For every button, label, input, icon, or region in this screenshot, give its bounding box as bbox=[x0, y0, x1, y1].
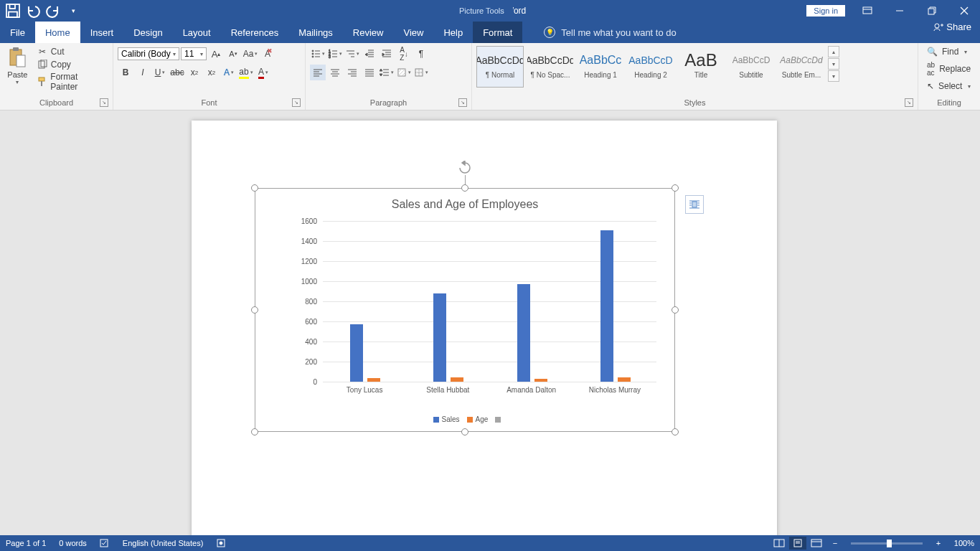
resize-handle[interactable] bbox=[672, 306, 679, 314]
save-icon[interactable] bbox=[4, 2, 22, 19]
grow-font-button[interactable]: A▴ bbox=[208, 46, 224, 62]
align-left-button[interactable] bbox=[310, 65, 326, 80]
tab-references[interactable]: References bbox=[221, 22, 288, 43]
resize-handle[interactable] bbox=[461, 184, 468, 192]
restore-icon[interactable] bbox=[915, 0, 948, 22]
layout-options-button[interactable] bbox=[685, 195, 704, 214]
select-button[interactable]: ↖Select▾ bbox=[923, 80, 975, 92]
print-layout-button[interactable] bbox=[789, 537, 806, 550]
strikethrough-button[interactable]: abc bbox=[169, 65, 185, 80]
style-subtle-em---[interactable]: AaBbCcDdSubtle Em... bbox=[778, 46, 825, 88]
paste-button[interactable]: Paste▾ bbox=[4, 46, 31, 85]
multilevel-list-button[interactable] bbox=[344, 46, 360, 62]
style-heading-1[interactable]: AaBbCcHeading 1 bbox=[577, 46, 624, 88]
minimize-icon[interactable] bbox=[883, 0, 915, 22]
ribbon-display-options-icon[interactable] bbox=[851, 0, 883, 22]
borders-button[interactable] bbox=[413, 65, 429, 80]
spelling-status-icon[interactable] bbox=[100, 538, 110, 548]
rotate-handle[interactable] bbox=[458, 161, 472, 175]
style---no-spac---[interactable]: AaBbCcDd¶ No Spac... bbox=[527, 46, 574, 88]
style-heading-2[interactable]: AaBbCcDHeading 2 bbox=[627, 46, 674, 88]
close-icon[interactable] bbox=[948, 0, 980, 22]
zoom-out-button[interactable]: − bbox=[826, 537, 844, 550]
font-size-combo[interactable]: 11▾ bbox=[181, 47, 207, 60]
increase-indent-button[interactable] bbox=[379, 46, 395, 62]
page-number-status[interactable]: Page 1 of 1 bbox=[6, 539, 46, 547]
tab-help[interactable]: Help bbox=[433, 22, 473, 43]
tab-insert[interactable]: Insert bbox=[80, 22, 124, 43]
contextual-tab-label: Picture Tools bbox=[451, 0, 513, 22]
chart-plot-area: 02004006008001000120014001600Tony LucasS… bbox=[323, 221, 656, 382]
italic-button[interactable]: I bbox=[135, 65, 151, 80]
change-case-button[interactable]: Aa bbox=[242, 46, 258, 62]
styles-scroll-up[interactable]: ▴ bbox=[828, 46, 839, 57]
tab-file[interactable]: File bbox=[0, 22, 35, 43]
show-marks-button[interactable]: ¶ bbox=[413, 46, 429, 62]
cut-button[interactable]: ✂Cut bbox=[34, 46, 108, 57]
styles-scroll-down[interactable]: ▾ bbox=[828, 58, 839, 70]
copy-button[interactable]: Copy bbox=[34, 59, 108, 70]
style-title[interactable]: AaBTitle bbox=[677, 46, 725, 88]
paragraph-launcher[interactable]: ↘ bbox=[458, 98, 467, 107]
tab-layout[interactable]: Layout bbox=[173, 22, 221, 43]
superscript-button[interactable]: x2 bbox=[204, 65, 220, 80]
y-tick-label: 1000 bbox=[301, 278, 317, 286]
web-layout-button[interactable] bbox=[808, 537, 825, 550]
clear-formatting-button[interactable]: A✖ bbox=[260, 46, 275, 62]
sign-in-button[interactable]: Sign in bbox=[806, 5, 845, 17]
share-button[interactable]: Share bbox=[933, 22, 971, 32]
resize-handle[interactable] bbox=[672, 184, 679, 192]
style-subtitle[interactable]: AaBbCcDSubtitle bbox=[727, 46, 775, 88]
line-spacing-button[interactable] bbox=[379, 65, 395, 80]
shading-button[interactable] bbox=[396, 65, 412, 80]
highlight-button[interactable]: ab bbox=[238, 65, 254, 80]
zoom-slider[interactable] bbox=[851, 542, 923, 545]
bold-button[interactable]: B bbox=[118, 65, 133, 80]
customize-qat-icon[interactable]: ▾ bbox=[65, 2, 82, 19]
shrink-font-button[interactable]: A▾ bbox=[225, 46, 241, 62]
tab-view[interactable]: View bbox=[393, 22, 433, 43]
language-status[interactable]: English (United States) bbox=[123, 539, 204, 547]
word-count-status[interactable]: 0 words bbox=[59, 539, 87, 547]
tell-me-search[interactable]: 💡 Tell me what you want to do bbox=[544, 22, 676, 43]
tab-mailings[interactable]: Mailings bbox=[288, 22, 343, 43]
text-effects-button[interactable]: A bbox=[221, 65, 237, 80]
underline-button[interactable]: U bbox=[152, 65, 168, 80]
resize-handle[interactable] bbox=[251, 306, 258, 314]
macro-status-icon[interactable] bbox=[216, 538, 226, 548]
x-tick-label: Tony Lucas bbox=[347, 386, 383, 394]
tab-review[interactable]: Review bbox=[343, 22, 394, 43]
justify-button[interactable] bbox=[362, 65, 377, 80]
resize-handle[interactable] bbox=[672, 428, 679, 435]
decrease-indent-button[interactable] bbox=[362, 46, 377, 62]
align-right-button[interactable] bbox=[344, 65, 360, 80]
resize-handle[interactable] bbox=[461, 428, 468, 435]
numbering-button[interactable]: 123 bbox=[327, 46, 343, 62]
resize-handle[interactable] bbox=[251, 428, 258, 435]
font-launcher[interactable]: ↘ bbox=[292, 98, 301, 107]
tab-design[interactable]: Design bbox=[123, 22, 172, 43]
styles-launcher[interactable]: ↘ bbox=[905, 98, 913, 107]
document-area[interactable]: Sales and Age of Employees 0200400600800… bbox=[0, 110, 980, 535]
read-mode-button[interactable] bbox=[771, 537, 788, 550]
clipboard-launcher[interactable]: ↘ bbox=[100, 98, 108, 107]
resize-handle[interactable] bbox=[251, 184, 258, 192]
align-center-button[interactable] bbox=[327, 65, 343, 80]
undo-icon[interactable] bbox=[24, 2, 42, 19]
tab-format[interactable]: Format bbox=[473, 22, 522, 43]
replace-button[interactable]: abacReplace bbox=[923, 60, 975, 77]
find-button[interactable]: 🔍Find▾ bbox=[923, 46, 971, 57]
font-name-combo[interactable]: Calibri (Body▾ bbox=[118, 47, 179, 60]
styles-expand[interactable]: ▾ bbox=[828, 70, 839, 82]
font-color-button[interactable]: A bbox=[255, 65, 271, 80]
chart-object[interactable]: Sales and Age of Employees 0200400600800… bbox=[255, 188, 675, 432]
format-painter-button[interactable]: Format Painter bbox=[34, 72, 108, 92]
zoom-level[interactable]: 100% bbox=[954, 539, 974, 547]
tab-home[interactable]: Home bbox=[35, 22, 80, 43]
bullets-button[interactable] bbox=[310, 46, 326, 62]
sort-button[interactable]: AZ↓ bbox=[396, 46, 412, 62]
zoom-in-button[interactable]: + bbox=[930, 537, 947, 550]
redo-icon[interactable] bbox=[44, 2, 62, 19]
subscript-button[interactable]: x2 bbox=[187, 65, 202, 80]
style---normal[interactable]: AaBbCcDd¶ Normal bbox=[476, 46, 524, 88]
